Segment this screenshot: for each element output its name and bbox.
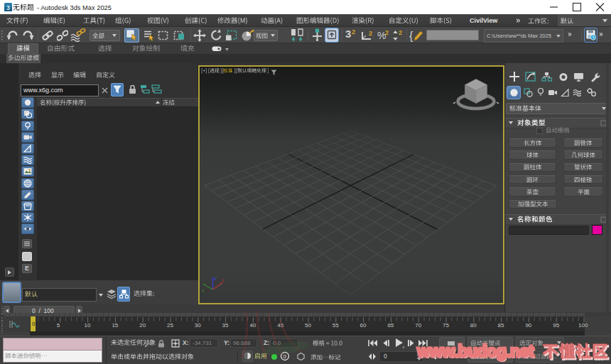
svg-text:2: 2 [385,29,389,36]
svg-text:2: 2 [369,30,372,37]
svg-text:z: z [215,276,217,281]
svg-text:2: 2 [399,29,402,36]
svg-text:2: 2 [352,28,355,35]
svg-text:y: y [222,277,225,283]
svg-text:{: { [409,30,413,42]
svg-text:3: 3 [6,4,10,11]
svg-text:x: x [202,288,205,293]
